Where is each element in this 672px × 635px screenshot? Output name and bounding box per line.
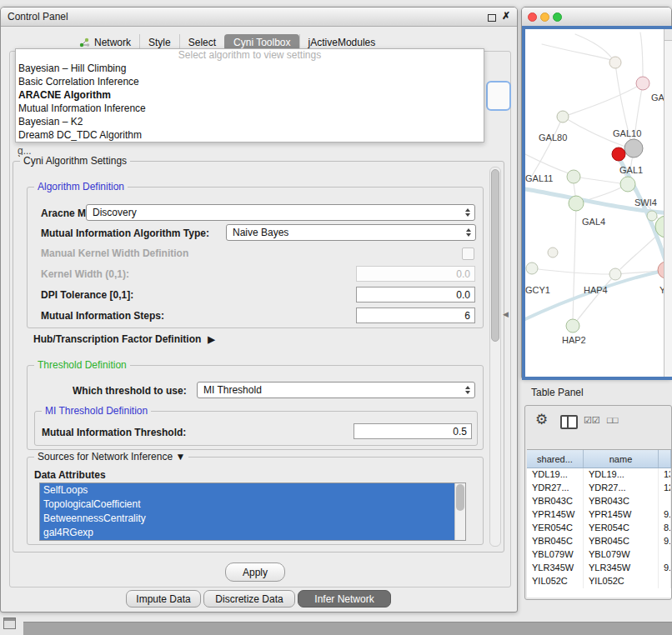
hide-columns-icon[interactable]: □□ — [607, 415, 618, 425]
table-row[interactable]: YBR043C YBR043C — [527, 495, 671, 508]
algorithm-option[interactable]: Mutual Information Inference — [16, 102, 484, 115]
network-view-window: GAL80GAL10GAL11GAL1SWI4GAL4GCY1HAP4HAP2G… — [521, 7, 672, 379]
hub-definition-expander[interactable]: Hub/Transcription Factor Definition▶ — [33, 333, 215, 345]
restore-panel-icon[interactable] — [3, 618, 16, 629]
tab-label: jActiveModules — [308, 37, 376, 48]
table-row[interactable]: YPR145W YPR145W 9. — [527, 508, 671, 522]
cell-shared-name: YPR145W — [527, 508, 584, 522]
cell-shared-name: YBL079W — [527, 548, 584, 562]
cell-extra: 9. — [659, 508, 671, 522]
data-attributes-list[interactable]: SelfLoopsTopologicalCoefficientBetweenne… — [39, 482, 466, 541]
cell-shared-name: YDL19... — [527, 468, 584, 482]
network-edge[interactable] — [532, 268, 609, 274]
dpi-tolerance-value: 0.0 — [456, 289, 470, 301]
network-node[interactable] — [647, 211, 657, 221]
network-scrollbar[interactable] — [664, 29, 672, 377]
apply-button[interactable]: Apply — [225, 562, 285, 582]
zoom-traffic-light[interactable] — [553, 12, 562, 22]
list-scrollbar-thumb[interactable] — [456, 484, 464, 511]
algorithm-option[interactable]: Dream8 DC_TDC Algorithm — [16, 128, 484, 142]
network-canvas-svg[interactable]: GAL80GAL10GAL11GAL1SWI4GAL4GCY1HAP4HAP2G… — [525, 29, 672, 377]
mi-steps-field[interactable]: 6 — [356, 308, 475, 323]
network-node[interactable] — [609, 268, 621, 280]
settings-scrollbar[interactable] — [489, 167, 501, 547]
network-edge[interactable] — [575, 34, 612, 58]
float-window-icon[interactable] — [488, 14, 496, 22]
obscured-focused-button[interactable] — [486, 81, 511, 111]
attribute-item[interactable]: TopologicalCoefficient — [40, 498, 455, 512]
attribute-item[interactable]: SelfLoops — [40, 483, 455, 498]
network-node[interactable] — [526, 262, 538, 274]
network-edge[interactable] — [640, 32, 643, 77]
network-node[interactable] — [567, 170, 580, 183]
tab-impute-data[interactable]: Impute Data — [126, 590, 201, 608]
network-node[interactable] — [557, 111, 569, 122]
mi-type-value: Naive Bayes — [233, 227, 288, 238]
settings-scrollbar-thumb[interactable] — [491, 169, 499, 342]
table-header-cell[interactable] — [659, 450, 671, 468]
algorithm-dropdown-popup: Select algorithm to view settings Bayesi… — [15, 48, 484, 142]
network-edge[interactable] — [542, 44, 611, 60]
network-node[interactable] — [620, 177, 635, 192]
cell-name: YBR045C — [584, 535, 659, 548]
network-node[interactable] — [624, 139, 643, 158]
network-view-frame: GAL80GAL10GAL11GAL1SWI4GAL4GCY1HAP4HAP2G… — [522, 26, 672, 380]
network-node[interactable] — [569, 196, 584, 211]
table-row[interactable]: YBR045C YBR045C 9. — [527, 535, 671, 548]
algorithm-option[interactable]: Bayesian – Hill Climbing — [16, 62, 484, 75]
table-row[interactable]: YIL052C YIL052C — [527, 575, 671, 588]
network-node-label: GAL1 — [619, 165, 643, 175]
panel-collapse-icon[interactable]: ◀ — [503, 310, 509, 318]
aracne-mode-select[interactable]: Discovery — [86, 204, 475, 221]
mi-threshold-field[interactable]: 0.5 — [354, 423, 472, 439]
network-edge[interactable] — [532, 117, 563, 176]
network-node[interactable] — [566, 319, 579, 332]
table-header-cell[interactable]: name — [584, 450, 659, 468]
table-header-cell[interactable]: shared... — [527, 450, 584, 468]
network-window-titlebar[interactable] — [522, 8, 671, 27]
dropdown-arrows-icon — [465, 208, 470, 217]
close-icon[interactable]: ✗ — [502, 10, 510, 22]
mi-threshold-definition-title: MI Threshold Definition — [42, 405, 151, 417]
expanded-arrow-icon: ▼ — [175, 451, 185, 462]
list-scrollbar[interactable] — [454, 483, 465, 540]
network-edge[interactable] — [525, 154, 569, 173]
network-edge[interactable] — [525, 272, 659, 319]
attribute-item[interactable]: BetweennessCentrality — [40, 512, 455, 526]
table-row[interactable]: YDR27... YDR27... 12 — [527, 482, 671, 495]
tab-discretize-data[interactable]: Discretize Data — [203, 590, 295, 608]
manual-kernel-checkbox[interactable] — [462, 248, 474, 260]
close-traffic-light[interactable] — [528, 12, 537, 22]
network-node[interactable] — [636, 77, 649, 90]
columns-icon[interactable] — [560, 415, 578, 429]
network-node[interactable] — [609, 57, 621, 68]
mi-type-select[interactable]: Naive Bayes — [226, 224, 476, 241]
gear-icon[interactable]: ⚙ — [535, 411, 548, 428]
table-row[interactable]: YBL079W YBL079W — [527, 548, 671, 562]
dpi-tolerance-field[interactable]: 0.0 — [356, 287, 475, 302]
network-edge[interactable] — [573, 203, 576, 319]
algorithm-option[interactable]: Basic Correlation Inference — [16, 75, 484, 88]
cell-name: YPR145W — [584, 508, 659, 522]
table-row[interactable]: YLR345W YLR345W 9. — [527, 562, 671, 575]
network-node[interactable] — [612, 148, 625, 161]
which-threshold-select[interactable]: MI Threshold — [197, 382, 475, 398]
table-row[interactable]: YDL19... YDL19... 13 — [527, 468, 671, 482]
network-edge[interactable] — [568, 83, 643, 115]
show-columns-icon[interactable]: ☑☑ — [584, 415, 600, 426]
control-panel-titlebar[interactable]: Control Panel ✗ — [1, 8, 517, 27]
tab-infer-network[interactable]: Infer Network — [298, 590, 391, 608]
table-row[interactable]: YER054C YER054C 8. — [527, 522, 671, 535]
attribute-item[interactable]: gal4RGexp — [40, 526, 455, 540]
kernel-width-field[interactable]: 0.0 — [356, 266, 475, 282]
kernel-width-value: 0.0 — [456, 268, 470, 280]
algorithm-option[interactable]: ARACNE Algorithm — [16, 88, 484, 102]
sources-title[interactable]: Sources for Network Inference ▼ — [34, 451, 188, 462]
algorithm-option[interactable]: Bayesian – K2 — [16, 115, 484, 128]
dpi-tolerance-label: DPI Tolerance [0,1]: — [41, 289, 133, 301]
minimize-traffic-light[interactable] — [540, 12, 549, 22]
network-node[interactable] — [548, 248, 558, 258]
sources-group: Sources for Network Inference ▼ Data Att… — [27, 457, 484, 545]
network-scrollbar-button[interactable] — [664, 29, 672, 41]
network-canvas[interactable]: GAL80GAL10GAL11GAL1SWI4GAL4GCY1HAP4HAP2G… — [525, 29, 672, 377]
